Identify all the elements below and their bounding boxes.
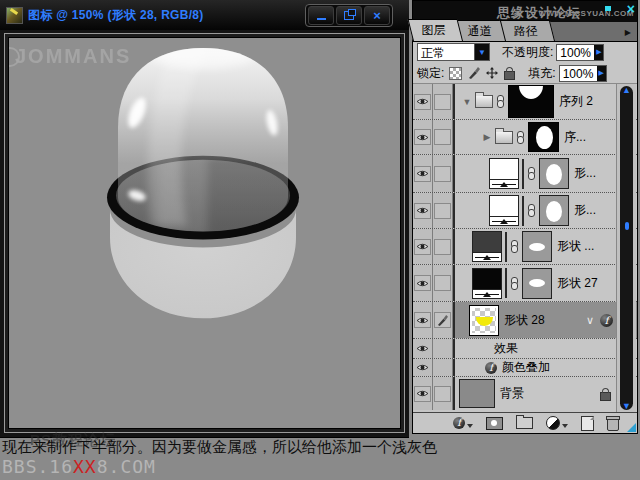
visibility-toggle[interactable] <box>413 84 433 119</box>
layer-row-shape[interactable]: 形状 27 <box>413 265 637 302</box>
effect-name[interactable]: 颜色叠加 <box>502 359 550 376</box>
visibility-toggle[interactable] <box>413 155 433 192</box>
panel-resize-grip[interactable] <box>627 423 636 432</box>
link-cell[interactable] <box>433 377 453 410</box>
link-cell[interactable] <box>433 120 453 154</box>
new-layer-button[interactable] <box>581 416 594 431</box>
minimize-button[interactable] <box>308 6 334 25</box>
group-expand-icon[interactable]: ▶ <box>481 132 493 142</box>
chain-link-icon[interactable] <box>517 131 524 144</box>
chain-link-icon[interactable] <box>511 277 518 290</box>
effects-expand-icon[interactable]: ∨ <box>586 314 594 327</box>
eye-icon <box>416 279 429 288</box>
layer-thumbnail[interactable] <box>489 195 519 226</box>
delete-layer-button[interactable] <box>607 416 619 431</box>
visibility-toggle[interactable] <box>413 193 433 228</box>
layer-row-selected[interactable]: 形状 28 ∨ f <box>413 302 637 339</box>
layer-row-group[interactable]: ▶ 序... <box>413 120 637 155</box>
document-title: 图标 @ 150% (形状 28, RGB/8) <box>28 7 204 24</box>
chain-link-icon[interactable] <box>528 204 535 217</box>
layer-name[interactable]: 形状 28 <box>504 312 545 329</box>
fill-value[interactable]: 100% <box>560 66 597 81</box>
opacity-slider-arrow-icon[interactable]: ▶ <box>594 45 603 60</box>
document-titlebar[interactable]: 图标 @ 150% (形状 28, RGB/8) × <box>0 0 409 30</box>
chain-link-icon[interactable] <box>511 240 518 253</box>
layers-scrollbar[interactable]: ▲ ▼ <box>616 84 636 412</box>
layer-row-group[interactable]: ▼ 序列 2 <box>413 84 637 120</box>
layer-thumbnail[interactable] <box>472 268 502 299</box>
layer-row-shape[interactable]: 形... <box>413 155 637 193</box>
link-cell[interactable] <box>433 229 453 264</box>
lock-all-button[interactable] <box>503 67 516 80</box>
add-layer-style-button[interactable]: f <box>453 417 473 429</box>
fill-slider-arrow-icon[interactable]: ▶ <box>597 66 606 81</box>
layer-row-shape[interactable]: 形状 ... <box>413 229 637 265</box>
layer-name[interactable]: 序... <box>564 129 586 146</box>
effects-header-row[interactable]: 效果 <box>413 339 637 359</box>
visibility-toggle[interactable] <box>413 377 433 410</box>
layer-name[interactable]: 形... <box>574 202 596 219</box>
capsule-artwork <box>9 38 400 428</box>
lock-position-button[interactable] <box>485 67 498 80</box>
fx-icon[interactable]: f <box>600 314 613 327</box>
panel-menu-arrow-icon[interactable]: ▶ <box>625 28 631 37</box>
lock-transparency-button[interactable] <box>449 67 462 80</box>
new-adjustment-layer-button[interactable] <box>546 416 568 430</box>
tab-paths[interactable]: 路径 <box>500 20 555 41</box>
effects-label[interactable]: 效果 <box>494 340 518 357</box>
active-paint-cell[interactable] <box>433 302 453 338</box>
effect-item-row[interactable]: f 颜色叠加 <box>413 359 637 377</box>
vector-mask-thumbnail[interactable] <box>539 158 569 189</box>
close-button[interactable]: × <box>364 6 390 25</box>
visibility-toggle[interactable] <box>413 302 433 338</box>
layer-thumbnail[interactable] <box>472 231 502 262</box>
layer-row-background[interactable]: 背景 <box>413 377 637 410</box>
scroll-up-icon[interactable]: ▲ <box>617 85 636 95</box>
layer-thumbnail[interactable] <box>489 158 519 189</box>
chevron-down-icon[interactable]: ▼ <box>475 44 489 60</box>
chain-link-icon[interactable] <box>497 95 504 108</box>
vector-mask-thumbnail[interactable] <box>539 195 569 226</box>
scrollbar-track[interactable] <box>620 86 633 410</box>
visibility-toggle[interactable] <box>413 265 433 301</box>
layer-name[interactable]: 形... <box>574 165 596 182</box>
layer-thumbnail[interactable] <box>459 379 495 408</box>
panel-close-icon[interactable]: × <box>627 1 635 17</box>
blend-mode-select[interactable]: 正常 ▼ <box>417 43 490 61</box>
lock-paint-button[interactable] <box>467 67 480 80</box>
visibility-toggle[interactable] <box>413 229 433 264</box>
group-mask-thumbnail[interactable] <box>508 85 554 118</box>
fx-icon: f <box>485 362 497 374</box>
tab-layers[interactable]: 图层 <box>408 19 463 41</box>
chain-link-icon[interactable] <box>528 167 535 180</box>
eye-icon <box>416 133 429 142</box>
visibility-toggle[interactable] <box>413 339 433 358</box>
new-group-button[interactable] <box>516 417 533 429</box>
visibility-toggle[interactable] <box>413 120 433 154</box>
vector-mask-thumbnail[interactable] <box>522 231 552 262</box>
restore-button[interactable] <box>336 6 362 25</box>
layer-thumbnail[interactable] <box>469 305 499 336</box>
opacity-field[interactable]: 100% ▶ <box>556 44 604 61</box>
layer-name[interactable]: 形状 ... <box>557 238 594 255</box>
group-collapse-icon[interactable]: ▼ <box>461 97 473 107</box>
link-cell[interactable] <box>433 155 453 192</box>
link-cell[interactable] <box>433 265 453 301</box>
canvas[interactable]: JOMMANS <box>8 37 401 429</box>
add-layer-mask-button[interactable] <box>486 417 503 430</box>
layer-name[interactable]: 序列 2 <box>559 93 593 110</box>
layer-name[interactable]: 背景 <box>500 385 524 402</box>
panel-minimize-icon[interactable] <box>605 6 611 11</box>
group-mask-thumbnail[interactable] <box>528 122 559 152</box>
layer-name[interactable]: 形状 27 <box>557 275 598 292</box>
opacity-value[interactable]: 100% <box>557 45 594 60</box>
fill-field[interactable]: 100% ▶ <box>559 65 607 82</box>
scroll-down-icon[interactable]: ▼ <box>617 401 636 411</box>
link-cell[interactable] <box>433 84 453 119</box>
vector-mask-thumbnail[interactable] <box>522 268 552 299</box>
scrollbar-thumb-dot[interactable] <box>625 222 629 230</box>
visibility-toggle[interactable] <box>413 359 433 376</box>
layer-row-shape[interactable]: 形... <box>413 193 637 229</box>
link-cell[interactable] <box>433 193 453 228</box>
folder-icon <box>475 95 493 108</box>
